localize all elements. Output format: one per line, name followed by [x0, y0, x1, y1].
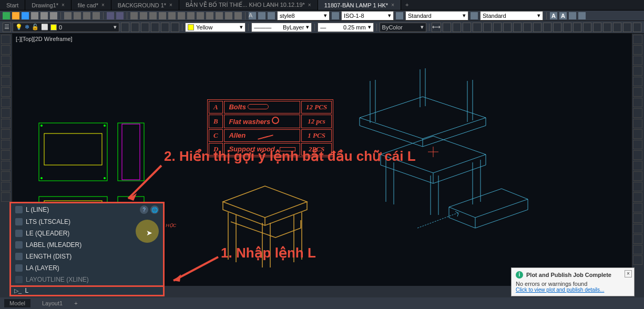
notif-link[interactable]: Click to view plot and publish details..… — [516, 287, 630, 293]
cmd-suggestion[interactable]: LA (LAYER) — [11, 262, 163, 274]
tool-icon[interactable] — [569, 12, 576, 19]
dim-icon[interactable] — [613, 23, 621, 32]
tool-icon[interactable] — [225, 12, 232, 19]
match-icon[interactable] — [93, 12, 100, 19]
tool-icon[interactable] — [140, 12, 147, 19]
tool-icon[interactable] — [471, 12, 478, 19]
tab-filecad[interactable]: file cad*× — [71, 0, 111, 10]
globe-icon[interactable]: 🌐 — [150, 205, 159, 214]
layer-tool-icon[interactable] — [141, 23, 149, 32]
tool-icon[interactable] — [578, 12, 586, 19]
text-icon[interactable]: A — [249, 12, 256, 19]
tool-icon[interactable] — [1, 182, 11, 191]
layer-tool-icon[interactable] — [171, 23, 179, 32]
dim-icon[interactable] — [583, 23, 591, 32]
lineweight-dropdown[interactable]: —0.25 mm▾ — [318, 23, 373, 32]
tool-icon[interactable] — [633, 255, 642, 265]
std2-dropdown[interactable]: Standard▾ — [480, 11, 543, 20]
std1-dropdown[interactable]: Standard▾ — [405, 11, 468, 20]
tool-icon[interactable] — [633, 213, 642, 223]
tool-icon[interactable] — [396, 12, 403, 19]
dim-icon[interactable] — [483, 23, 492, 32]
paste-icon[interactable] — [83, 12, 90, 19]
dim-icon[interactable] — [503, 23, 512, 32]
tool-icon[interactable] — [187, 12, 195, 19]
linetype-dropdown[interactable]: ———ByLayer▾ — [251, 23, 312, 32]
dim-style-dropdown[interactable]: ISO-1-8▾ — [341, 11, 394, 20]
fillet-icon[interactable] — [633, 108, 642, 118]
tab-drawing1[interactable]: Drawing1*× — [25, 0, 71, 10]
dim-icon[interactable] — [563, 23, 571, 32]
point-icon[interactable] — [1, 108, 11, 118]
close-icon[interactable]: × — [625, 270, 632, 277]
layer-tool-icon[interactable] — [151, 23, 159, 32]
tool-icon[interactable] — [1, 161, 11, 170]
dim-icon[interactable] — [593, 23, 601, 32]
tab-banlamp[interactable]: 11807-BÀN LAMP 1 HK*× — [318, 0, 401, 10]
dim-icon[interactable] — [533, 23, 541, 32]
close-icon[interactable]: × — [308, 2, 311, 8]
help-icon[interactable]: ? — [140, 205, 148, 214]
dim-icon[interactable] — [623, 23, 631, 32]
color-dropdown[interactable]: Yellow▾ — [185, 23, 246, 32]
offset-icon[interactable] — [633, 119, 642, 128]
cmd-suggestion[interactable]: LAYOUTLINE (XLINE) — [11, 274, 163, 285]
tool-icon[interactable] — [1, 140, 11, 149]
text-icon[interactable] — [1, 129, 11, 139]
tool-icon[interactable] — [633, 182, 642, 191]
viewport-label[interactable]: [-][Top][2D Wireframe] — [16, 36, 73, 42]
tab-start[interactable]: Start — [0, 0, 25, 10]
array-icon[interactable] — [633, 129, 642, 139]
trim-icon[interactable] — [633, 87, 642, 97]
tool-icon[interactable] — [633, 234, 642, 244]
explode-icon[interactable] — [633, 150, 642, 160]
layer-tool-icon[interactable] — [121, 23, 129, 32]
close-icon[interactable]: × — [101, 2, 105, 8]
dim-icon[interactable] — [258, 12, 265, 19]
dim-tool-icon[interactable] — [332, 12, 339, 19]
tool-icon[interactable] — [1, 192, 11, 202]
tool-icon[interactable] — [178, 12, 185, 19]
preview-icon[interactable] — [50, 12, 57, 19]
rotate-icon[interactable] — [633, 56, 642, 65]
command-input[interactable] — [25, 287, 160, 294]
move-icon[interactable] — [633, 35, 642, 44]
dim-icon[interactable] — [573, 23, 581, 32]
circle-icon[interactable] — [1, 56, 11, 65]
layout-tab[interactable]: Layout1 — [37, 299, 68, 307]
text-style-dropdown[interactable]: style8▾ — [277, 11, 330, 20]
block-icon[interactable] — [1, 119, 11, 128]
tool-icon[interactable] — [633, 171, 642, 181]
save-icon[interactable] — [22, 12, 29, 19]
plotstyle-dropdown[interactable]: ByColor▾ — [380, 23, 426, 32]
dim-icon[interactable] — [463, 23, 471, 32]
text-a-icon[interactable]: A — [550, 12, 557, 19]
extend-icon[interactable] — [633, 98, 642, 107]
print-icon[interactable] — [40, 12, 48, 19]
close-icon[interactable]: × — [391, 2, 394, 8]
tool-icon[interactable] — [159, 12, 166, 19]
undo-icon[interactable] — [107, 12, 114, 19]
text-a-icon[interactable]: A — [559, 12, 567, 19]
cmd-suggestion[interactable]: LENGTH (DIST) — [11, 251, 163, 262]
tool-icon[interactable] — [1, 171, 11, 181]
add-layout-icon[interactable]: + — [74, 300, 77, 306]
tab-banve[interactable]: BẢN VẼ BỐ TRÍ THIẾ... KHO LANH 10.12.19*… — [179, 0, 318, 10]
tool-icon[interactable] — [206, 12, 213, 19]
tool-icon[interactable] — [633, 192, 642, 202]
tool-icon[interactable] — [216, 12, 223, 19]
close-icon[interactable]: × — [62, 2, 65, 8]
saveas-icon[interactable] — [31, 12, 38, 19]
polyline-icon[interactable] — [1, 45, 11, 55]
dim-icon[interactable] — [633, 23, 641, 32]
dim-icon[interactable] — [523, 23, 531, 32]
arc-icon[interactable] — [1, 66, 11, 76]
tool-icon[interactable] — [168, 12, 176, 19]
cmd-suggestion[interactable]: L (LINE) ?🌐 — [11, 203, 163, 216]
tool-icon[interactable] — [234, 12, 242, 19]
layer-tool-icon[interactable] — [131, 23, 139, 32]
new-icon[interactable] — [3, 12, 10, 19]
layer-props-icon[interactable]: ☰ — [3, 23, 11, 32]
dim-icon[interactable] — [603, 23, 611, 32]
add-tab-button[interactable]: + — [401, 0, 413, 10]
